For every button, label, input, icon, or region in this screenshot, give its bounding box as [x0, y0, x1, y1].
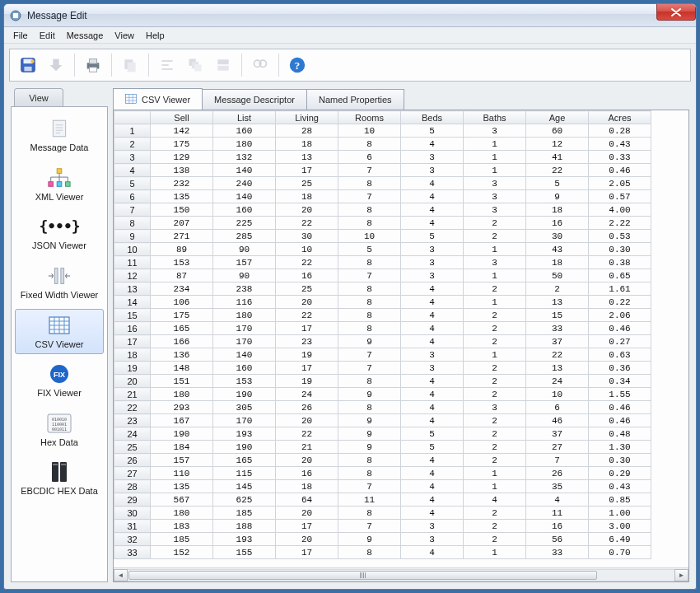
cell[interactable]: 90 [213, 243, 276, 256]
cell[interactable]: 184 [151, 441, 213, 454]
sidebar-item-fixed-width-viewer[interactable]: Fixed Width Viewer [15, 259, 104, 306]
cell[interactable]: 140 [213, 164, 276, 177]
cell[interactable]: 9 [526, 190, 589, 203]
cell[interactable]: 0.43 [589, 480, 651, 493]
cell[interactable]: 0.46 [589, 164, 651, 177]
cell[interactable]: 9 [338, 335, 401, 348]
cell[interactable]: 6 [526, 401, 589, 414]
cell[interactable]: 7 [338, 269, 401, 282]
cell[interactable]: 1.00 [589, 507, 651, 520]
cell[interactable]: 9 [338, 414, 401, 427]
cell[interactable]: 129 [151, 151, 213, 164]
row-header[interactable]: 8 [114, 217, 151, 230]
cell[interactable]: 89 [151, 243, 213, 256]
cell[interactable]: 0.33 [589, 151, 651, 164]
cell[interactable]: 0.70 [589, 546, 651, 559]
cell[interactable]: 18 [276, 190, 338, 203]
row-header[interactable]: 23 [114, 414, 151, 427]
menu-message[interactable]: Message [61, 29, 110, 42]
cell[interactable]: 153 [213, 375, 276, 388]
sidebar-item-hex-data[interactable]: 010010110001001011Hex Data [15, 407, 104, 453]
cell[interactable]: 3 [464, 203, 526, 217]
cell[interactable]: 160 [213, 362, 276, 375]
row-header[interactable]: 20 [114, 375, 151, 388]
cell[interactable]: 17 [276, 520, 338, 533]
cell[interactable]: 2 [464, 454, 526, 467]
row-header[interactable]: 17 [114, 335, 151, 348]
cell[interactable]: 22 [526, 348, 589, 362]
cell[interactable]: 4 [401, 296, 464, 309]
cell[interactable]: 240 [213, 177, 276, 190]
cell[interactable]: 17 [276, 362, 338, 375]
menu-edit[interactable]: Edit [34, 29, 61, 42]
row-header[interactable]: 2 [114, 138, 151, 151]
cell[interactable]: 10 [338, 230, 401, 243]
cell[interactable]: 0.28 [589, 124, 651, 138]
cell[interactable]: 20 [276, 454, 338, 467]
menu-view[interactable]: View [109, 29, 140, 42]
cell[interactable]: 160 [213, 124, 276, 138]
cell[interactable]: 207 [151, 217, 213, 230]
cell[interactable]: 3 [401, 533, 464, 546]
row-header[interactable]: 25 [114, 441, 151, 454]
row-header[interactable]: 3 [114, 151, 151, 164]
cell[interactable]: 20 [276, 296, 338, 309]
cell[interactable]: 232 [151, 177, 213, 190]
column-header[interactable]: Rooms [338, 111, 401, 124]
cell[interactable]: 116 [213, 296, 276, 309]
cell[interactable]: 8 [338, 467, 401, 480]
window-close-button[interactable] [656, 4, 696, 21]
cell[interactable]: 1 [464, 296, 526, 309]
row-header[interactable]: 13 [114, 282, 151, 296]
cell[interactable]: 625 [213, 493, 276, 507]
cell[interactable]: 11 [526, 507, 589, 520]
cell[interactable]: 27 [526, 441, 589, 454]
cell[interactable]: 4 [401, 190, 464, 203]
cell[interactable]: 0.53 [589, 230, 651, 243]
sidebar-tab-view[interactable]: View [14, 88, 63, 106]
cell[interactable]: 2 [464, 427, 526, 441]
cell[interactable]: 180 [151, 388, 213, 401]
cell[interactable]: 0.46 [589, 401, 651, 414]
cell[interactable]: 41 [526, 151, 589, 164]
column-header[interactable]: List [213, 111, 276, 124]
row-header[interactable]: 21 [114, 388, 151, 401]
horizontal-scrollbar[interactable]: ◄ ► [114, 567, 688, 581]
cell[interactable]: 2 [464, 441, 526, 454]
cell[interactable]: 1.30 [589, 441, 651, 454]
cell[interactable]: 0.48 [589, 427, 651, 441]
row-header[interactable]: 4 [114, 164, 151, 177]
cell[interactable]: 153 [151, 256, 213, 269]
column-header[interactable]: Age [526, 111, 589, 124]
row-header[interactable]: 7 [114, 203, 151, 217]
row-header[interactable]: 28 [114, 480, 151, 493]
cell[interactable]: 1 [464, 546, 526, 559]
cell[interactable]: 22 [276, 427, 338, 441]
cell[interactable]: 8 [338, 296, 401, 309]
cell[interactable]: 234 [151, 282, 213, 296]
cell[interactable]: 2 [464, 362, 526, 375]
cell[interactable]: 0.29 [589, 467, 651, 480]
row-header[interactable]: 15 [114, 309, 151, 322]
cell[interactable]: 7 [338, 348, 401, 362]
cell[interactable]: 2 [464, 414, 526, 427]
menu-help[interactable]: Help [140, 29, 170, 42]
cell[interactable]: 2 [526, 282, 589, 296]
menu-file[interactable]: File [7, 29, 34, 42]
scroll-thumb[interactable] [128, 571, 597, 580]
cell[interactable]: 22 [276, 217, 338, 230]
row-header[interactable]: 27 [114, 467, 151, 480]
cell[interactable]: 3 [464, 124, 526, 138]
cell[interactable]: 293 [151, 401, 213, 414]
cell[interactable]: 175 [151, 309, 213, 322]
row-header[interactable]: 30 [114, 507, 151, 520]
cell[interactable]: 157 [151, 454, 213, 467]
cell[interactable]: 3 [464, 177, 526, 190]
cell[interactable]: 18 [526, 256, 589, 269]
cell[interactable]: 2 [464, 282, 526, 296]
cell[interactable]: 26 [526, 467, 589, 480]
cell[interactable]: 9 [338, 427, 401, 441]
cell[interactable]: 2 [464, 230, 526, 243]
cell[interactable]: 7 [338, 164, 401, 177]
cell[interactable]: 8 [338, 546, 401, 559]
